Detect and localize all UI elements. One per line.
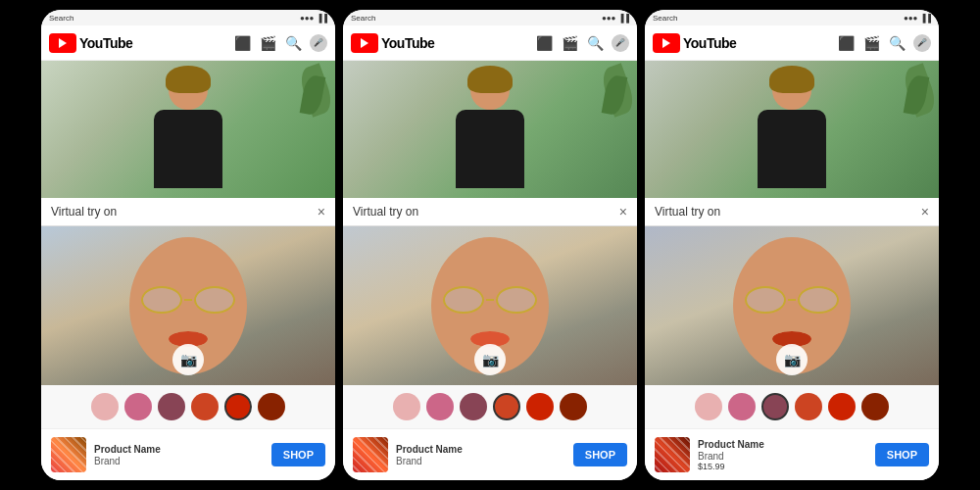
swatch-2-2[interactable]: [426, 393, 454, 420]
lens-left-2: [443, 286, 484, 314]
yt-header-1: YouTube ⬛ 🎬 🔍 🎤: [41, 25, 335, 61]
plant-deco-1: [301, 61, 330, 139]
creator-silhouette-3: [753, 71, 831, 198]
camera-capture-btn-3[interactable]: 📷: [776, 344, 808, 375]
person-body-1: [154, 110, 222, 188]
yt-header-3: YouTube ⬛ 🎬 🔍 🎤: [645, 25, 939, 61]
ar-face-section-2: 📷: [343, 226, 637, 385]
search-icon-2[interactable]: 🔍: [586, 34, 604, 52]
thumb-lines-2: [353, 437, 388, 472]
person-hair-1: [166, 66, 211, 93]
close-btn-2[interactable]: ×: [619, 204, 627, 220]
lens-right-3: [798, 286, 839, 314]
swatch-1-1[interactable]: [91, 393, 119, 420]
camera-icon-1[interactable]: 🎬: [259, 34, 276, 52]
swatch-1-5[interactable]: [224, 393, 252, 420]
swatch-2-5[interactable]: [526, 393, 554, 420]
color-swatches-2: [343, 385, 637, 428]
yt-logo-2: YouTube: [351, 33, 434, 53]
lens-left-3: [745, 286, 786, 314]
product-price-3: $15.99: [698, 462, 867, 471]
swatch-3-3[interactable]: [761, 393, 789, 420]
swatch-1-4[interactable]: [191, 393, 219, 420]
glasses-2: [436, 285, 544, 315]
shop-button-3[interactable]: SHOP: [875, 443, 929, 466]
yt-brand-3: YouTube: [683, 35, 736, 51]
search-icon-3[interactable]: 🔍: [888, 34, 906, 52]
product-name-2: Product Name: [396, 443, 565, 456]
swatch-2-6[interactable]: [560, 393, 587, 420]
product-brand-1: Brand: [94, 456, 264, 466]
phone-frame-2: Search ●●● ▐▐ YouTube ⬛ 🎬 🔍 🎤 Virtual tr…: [343, 10, 637, 480]
swatch-1-2[interactable]: [124, 393, 152, 420]
phone-frame-1: Search ●●● ▐▐ YouTube ⬛ 🎬 🔍 🎤 Virtual: [41, 10, 335, 480]
color-swatches-1: [41, 385, 335, 428]
thumb-lines-3: [655, 437, 690, 472]
product-thumb-3: [655, 437, 690, 472]
product-thumb-1: [51, 437, 86, 472]
swatch-2-3[interactable]: [460, 393, 487, 420]
status-right-1: ●●● ▐▐: [300, 14, 327, 23]
virtual-try-panel-2: Virtual try on ×: [343, 198, 637, 226]
swatch-2-4[interactable]: [493, 393, 520, 420]
swatch-3-2[interactable]: [728, 393, 756, 420]
cast-icon-2[interactable]: ⬛: [535, 34, 553, 52]
shop-button-1[interactable]: SHOP: [271, 443, 325, 466]
creator-video-3: [645, 61, 939, 198]
cast-icon-3[interactable]: ⬛: [837, 34, 855, 52]
person-body-3: [758, 110, 826, 188]
camera-capture-btn-1[interactable]: 📷: [172, 344, 204, 375]
virtual-try-panel-1: Virtual try on ×: [41, 198, 335, 226]
person-head-3: [772, 71, 811, 110]
person-body-2: [456, 110, 524, 188]
mic-icon-3[interactable]: 🎤: [913, 34, 931, 52]
youtube-icon-3: [653, 33, 680, 53]
cast-icon-1[interactable]: ⬛: [233, 34, 251, 52]
swatch-2-1[interactable]: [393, 393, 420, 420]
person-hair-3: [769, 66, 814, 93]
swatch-1-6[interactable]: [258, 393, 285, 420]
creator-silhouette-2: [451, 71, 529, 198]
person-hair-2: [467, 66, 513, 93]
camera-capture-btn-2[interactable]: 📷: [474, 344, 506, 375]
youtube-icon-2: [351, 33, 378, 53]
close-btn-1[interactable]: ×: [318, 204, 325, 220]
shop-button-2[interactable]: SHOP: [573, 443, 627, 466]
status-bar-2: Search ●●● ▐▐: [343, 10, 637, 25]
product-info-2: Product Name Brand: [396, 443, 565, 466]
creator-silhouette-1: [149, 71, 227, 198]
product-name-1: Product Name: [94, 443, 264, 456]
search-icon-1[interactable]: 🔍: [284, 34, 302, 52]
mic-icon-1[interactable]: 🎤: [310, 34, 327, 52]
header-icons-2: ⬛ 🎬 🔍 🎤: [535, 34, 629, 52]
product-bar-2: Product Name Brand SHOP: [343, 428, 637, 480]
swatch-3-6[interactable]: [861, 393, 889, 420]
status-bar-3: Search ●●● ▐▐: [645, 10, 939, 25]
camera-icon-3[interactable]: 🎬: [862, 34, 880, 52]
product-name-3: Product Name: [698, 438, 867, 451]
person-head-2: [470, 71, 510, 110]
status-bar-1: Search ●●● ▐▐: [41, 10, 335, 25]
plant-deco-3: [905, 61, 934, 139]
color-swatches-3: [645, 385, 939, 428]
glass-bridge-2: [486, 299, 494, 301]
product-brand-3: Brand: [698, 451, 867, 462]
mic-icon-2[interactable]: 🎤: [612, 34, 629, 52]
plant-deco-2: [603, 61, 632, 139]
thumb-lines-1: [51, 437, 86, 472]
swatch-1-3[interactable]: [158, 393, 185, 420]
product-brand-2: Brand: [396, 456, 565, 466]
camera-icon-2[interactable]: 🎬: [561, 34, 578, 52]
ar-face-section-3: 📷: [645, 226, 939, 385]
glasses-1: [134, 285, 242, 315]
swatch-3-1[interactable]: [695, 393, 722, 420]
creator-video-2: [343, 61, 637, 198]
virtual-try-label-3: Virtual try on: [655, 205, 720, 219]
status-right-2: ●●● ▐▐: [602, 14, 629, 23]
glass-bridge-3: [788, 299, 796, 301]
youtube-icon-1: [49, 33, 76, 53]
swatch-3-4[interactable]: [795, 393, 822, 420]
swatch-3-5[interactable]: [828, 393, 856, 420]
close-btn-3[interactable]: ×: [921, 204, 929, 220]
lens-right-1: [194, 286, 235, 314]
